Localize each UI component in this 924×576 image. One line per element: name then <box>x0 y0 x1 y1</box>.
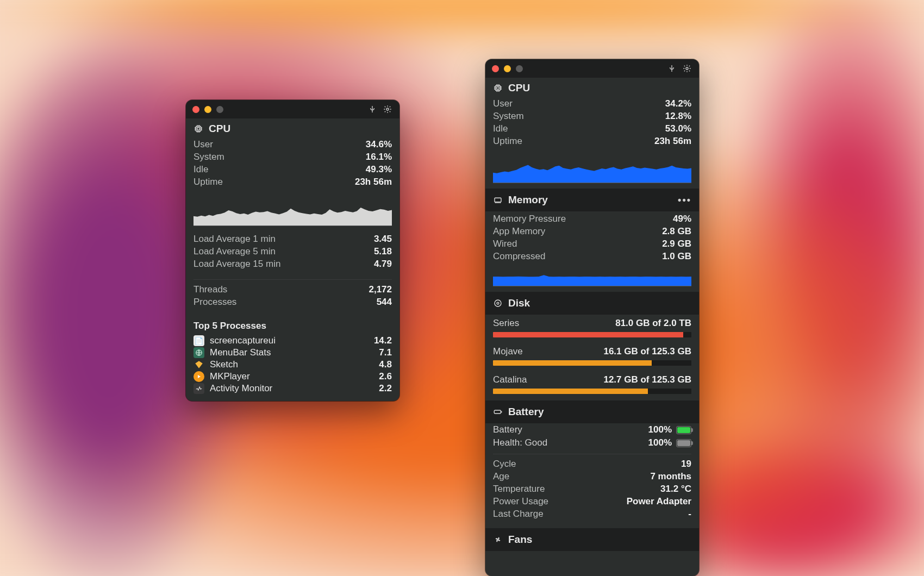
top-processes-heading: Top 5 Processes <box>186 313 399 335</box>
section-title: Memory <box>508 194 548 206</box>
divider <box>493 454 691 454</box>
stat-row: Processes544 <box>193 297 392 308</box>
pin-icon[interactable] <box>367 104 378 115</box>
disk-item[interactable]: Mojave16.1 GB of 125.3 GB <box>485 343 699 371</box>
stat-row: Threads2,172 <box>193 284 392 295</box>
section-title: Disk <box>508 297 530 309</box>
battery-details: Cycle19 Age7 months Temperature31.2 °C P… <box>485 459 699 525</box>
stat-row: Age7 months <box>493 471 691 482</box>
stat-row: User34.2% <box>493 98 691 109</box>
cpu-stats: User34.6% System16.1% Idle49.3% Uptime23… <box>186 137 399 193</box>
gear-icon[interactable] <box>382 104 393 115</box>
stat-row: Load Average 15 min4.79 <box>193 259 392 270</box>
stat-row: Compressed1.0 GB <box>493 251 691 262</box>
more-icon[interactable]: ••• <box>678 195 691 205</box>
disk-icon <box>493 298 503 308</box>
stat-row: User34.6% <box>193 139 392 150</box>
app-icon <box>193 383 204 394</box>
stats-overview-panel: CPU User34.2% System12.8% Idle53.0% Upti… <box>485 59 699 576</box>
stat-row: Uptime23h 56m <box>193 177 392 187</box>
cpu-graph <box>193 196 392 226</box>
process-row[interactable]: Activity Monitor 2.2 <box>186 383 399 395</box>
battery-level-row: Battery 100% <box>485 423 699 436</box>
load-stats: Load Average 1 min3.45 Load Average 5 mi… <box>186 231 399 275</box>
stat-row: Idle49.3% <box>193 164 392 175</box>
battery-health-row: Health: Good 100% <box>485 436 699 449</box>
svg-marker-5 <box>198 375 201 378</box>
minimize-icon[interactable] <box>504 65 511 72</box>
stat-row: App Memory2.8 GB <box>493 226 691 237</box>
cpu-stats: User34.2% System12.8% Idle53.0% Uptime23… <box>485 96 699 152</box>
disk-bar <box>493 389 691 394</box>
stat-row: Memory Pressure49% <box>493 214 691 224</box>
traffic-lights <box>192 106 223 113</box>
section-title: CPU <box>209 123 230 135</box>
section-header-battery[interactable]: Battery <box>485 400 699 423</box>
stat-row: Load Average 1 min3.45 <box>193 234 392 245</box>
section-title: Fans <box>508 534 532 546</box>
memory-icon <box>493 195 503 205</box>
stat-row: System16.1% <box>193 152 392 162</box>
section-title: Battery <box>508 406 544 418</box>
zoom-icon[interactable] <box>216 106 223 113</box>
memory-stats: Memory Pressure49% App Memory2.8 GB Wire… <box>485 211 699 267</box>
process-row[interactable]: Sketch 4.8 <box>186 359 399 371</box>
svg-rect-2 <box>197 128 200 130</box>
stat-row: Last Charge- <box>493 509 691 519</box>
close-icon[interactable] <box>192 106 199 113</box>
section-header-cpu[interactable]: CPU <box>485 78 699 96</box>
battery-icon <box>493 407 503 417</box>
svg-rect-12 <box>494 410 501 414</box>
stat-row: System12.8% <box>493 111 691 122</box>
process-row[interactable]: 📄 screencaptureui 14.2 <box>186 335 399 347</box>
cpu-icon <box>193 124 203 134</box>
app-icon <box>193 347 204 358</box>
app-icon <box>193 371 204 382</box>
stat-row: Cycle19 <box>493 459 691 469</box>
cpu-icon <box>493 83 503 93</box>
svg-point-6 <box>686 67 688 70</box>
titlebar <box>186 100 399 118</box>
zoom-icon[interactable] <box>516 65 523 72</box>
battery-health-icon <box>676 439 691 447</box>
stat-row: Uptime23h 56m <box>493 136 691 147</box>
minimize-icon[interactable] <box>204 106 211 113</box>
titlebar <box>485 59 699 78</box>
app-icon <box>193 359 204 370</box>
svg-point-0 <box>386 108 389 110</box>
disk-bar <box>493 360 691 366</box>
stat-row: Wired2.9 GB <box>493 239 691 249</box>
disk-bar <box>493 332 691 337</box>
divider <box>193 279 392 280</box>
section-header-fans[interactable]: Fans <box>485 528 699 551</box>
battery-level-icon <box>676 426 691 434</box>
svg-marker-4 <box>195 361 203 368</box>
process-row[interactable]: MenuBar Stats 7.1 <box>186 347 399 359</box>
process-list: 📄 screencaptureui 14.2 MenuBar Stats 7.1… <box>186 335 399 401</box>
traffic-lights <box>492 65 523 72</box>
thread-stats: Threads2,172 Processes544 <box>186 284 399 313</box>
svg-rect-8 <box>497 87 500 90</box>
process-row[interactable]: MKPlayer 2.6 <box>186 371 399 383</box>
stat-row: Power UsagePower Adapter <box>493 496 691 507</box>
section-header-memory[interactable]: Memory ••• <box>485 189 699 211</box>
stat-row: Load Average 5 min5.18 <box>193 246 392 257</box>
app-icon: 📄 <box>193 335 204 346</box>
disk-item[interactable]: Series81.0 GB of 2.0 TB <box>485 315 699 343</box>
memory-graph <box>493 267 691 286</box>
fan-icon <box>493 535 503 544</box>
svg-rect-1 <box>196 127 201 132</box>
svg-point-11 <box>497 302 499 304</box>
pin-icon[interactable] <box>666 63 677 74</box>
cpu-graph <box>493 153 691 183</box>
svg-point-10 <box>495 300 501 306</box>
gear-icon[interactable] <box>682 63 692 74</box>
close-icon[interactable] <box>492 65 499 72</box>
stat-row: Temperature31.2 °C <box>493 484 691 494</box>
wallpaper <box>0 0 924 576</box>
stat-row: Idle53.0% <box>493 123 691 134</box>
svg-rect-9 <box>495 198 501 202</box>
disk-item[interactable]: Catalina12.7 GB of 125.3 GB <box>485 371 699 399</box>
section-title: CPU <box>508 82 530 94</box>
section-header-disk[interactable]: Disk <box>485 292 699 315</box>
